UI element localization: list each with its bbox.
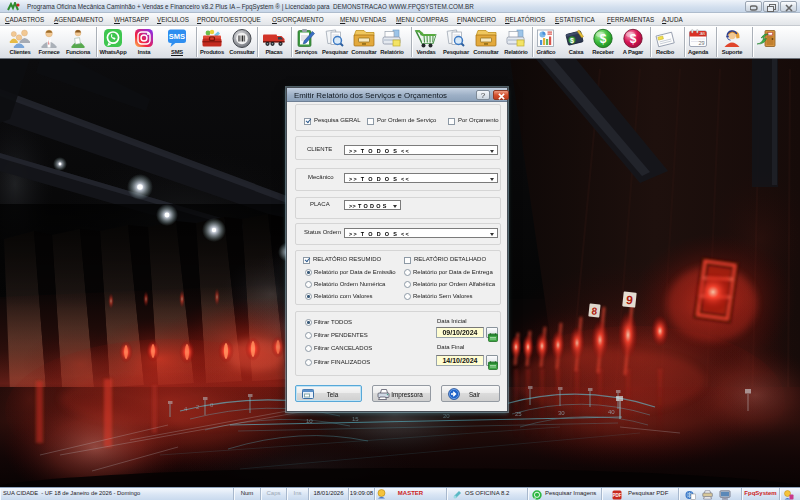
svg-text:$: $ bbox=[570, 37, 574, 45]
svg-text:20: 20 bbox=[443, 413, 450, 419]
svg-text:$: $ bbox=[630, 32, 637, 46]
svg-text:40: 40 bbox=[608, 409, 615, 415]
svg-text:SMS: SMS bbox=[169, 32, 185, 41]
svg-text:10: 10 bbox=[306, 418, 313, 424]
svg-text:$: $ bbox=[600, 32, 607, 46]
svg-text:JAN: JAN bbox=[699, 32, 705, 36]
svg-text:EXIT: EXIT bbox=[767, 33, 773, 36]
svg-text:PDF: PDF bbox=[613, 493, 622, 498]
svg-text:15: 15 bbox=[352, 416, 359, 422]
svg-text:29: 29 bbox=[698, 40, 704, 46]
